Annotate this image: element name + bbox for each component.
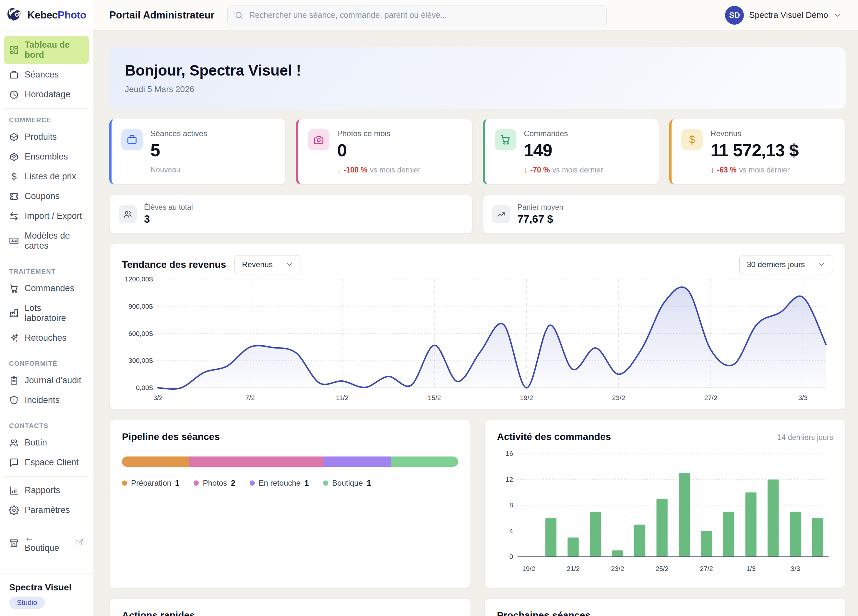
dashboard-content: Bonjour, Spectra Visuel ! Jeudi 5 Mars 2…	[93, 31, 858, 616]
sidebar-footer: Spectra Visuel Studio	[0, 574, 93, 616]
legend-dot-icon	[122, 481, 127, 486]
svg-text:7/2: 7/2	[246, 394, 255, 401]
legend-label: Préparation	[131, 478, 171, 487]
sidebar: KebecPhoto Tableau de bord Séances Horod…	[0, 0, 93, 616]
stat-note: Nouveau	[151, 165, 207, 174]
nav-section: Rapports Paramètres	[4, 476, 89, 520]
revenue-trend-card: Tendance des revenus Revenus 30 derniers…	[109, 244, 846, 410]
search-input[interactable]	[227, 6, 607, 25]
range-select[interactable]: 30 derniers jours	[739, 255, 833, 274]
chevron-down-icon	[833, 11, 842, 19]
dashboard-icon	[9, 45, 19, 55]
sidebar-item-seances[interactable]: Séances	[4, 65, 89, 84]
stat-card-photos-ce-mois: Photos ce mois 0 ↓-100 %vs mois dernier	[296, 119, 473, 185]
welcome-greeting: Bonjour, Spectra Visuel !	[125, 62, 830, 79]
stat-chip	[121, 129, 143, 151]
svg-text:8: 8	[509, 501, 513, 509]
svg-text:300,00$: 300,00$	[128, 357, 153, 364]
order-bar	[612, 550, 623, 557]
stat-value: 5	[151, 140, 207, 160]
order-bar	[656, 499, 667, 557]
order-bar	[790, 512, 800, 557]
svg-text:12: 12	[505, 476, 513, 483]
stat-label: Photos ce mois	[337, 129, 421, 138]
sidebar-item-tableau-de-bord[interactable]: Tableau de bord	[4, 36, 89, 64]
nav-section-label: CONTACTS	[9, 422, 84, 430]
metric-select[interactable]: Revenus	[235, 255, 301, 274]
substat-card-panier-moyen: Panier moyen 77,67 $	[483, 195, 846, 233]
camera-icon	[313, 134, 324, 145]
substats-row: Élèves au total 3 Panier moyen 77,67 $	[109, 195, 846, 233]
svg-text:900,00$: 900,00$	[128, 303, 153, 310]
main-area: Portail Administrateur SD Spectra Visuel…	[93, 0, 858, 616]
stat-label: Revenus	[710, 129, 798, 138]
factory-icon	[9, 308, 19, 318]
stat-chip	[308, 129, 330, 151]
app-window: KebecPhoto Tableau de bord Séances Horod…	[0, 0, 858, 616]
bottom-row: Actions rapides Nouvelle séance Voir les…	[109, 599, 846, 616]
nav-section: CONFORMITÉ Journal d'audit Incidents	[4, 352, 89, 410]
topbar: Portail Administrateur SD Spectra Visuel…	[93, 0, 858, 31]
sidebar-item-bottin[interactable]: Bottin	[4, 433, 89, 452]
brand-name: KebecPhoto	[27, 9, 86, 21]
sidebar-item-label: Lots laboratoire	[25, 303, 84, 323]
external-icon	[76, 538, 84, 546]
dollar-icon	[9, 172, 19, 182]
sidebar-item-label: Paramètres	[25, 505, 70, 515]
sidebar-item-ensembles[interactable]: Ensembles	[4, 147, 89, 166]
user-menu[interactable]: SD Spectra Visuel Démo	[725, 6, 842, 25]
sidebar-item-label: Listes de prix	[25, 172, 76, 182]
order-bar	[679, 473, 690, 557]
sidebar-item-label: Retouches	[25, 333, 67, 343]
sidebar-item-label: Rapports	[25, 485, 60, 495]
sidebar-item-commandes[interactable]: Commandes	[4, 279, 89, 298]
gear-icon	[9, 506, 19, 515]
sidebar-item-rapports[interactable]: Rapports	[4, 481, 89, 500]
stat-card-commandes: Commandes 149 ↓-70 %vs mois dernier	[483, 119, 659, 185]
brand-logo-row[interactable]: KebecPhoto	[0, 0, 93, 31]
revenue-line-chart-svg: 0,00$300,00$600,00$900,00$1200,00$3/27/2…	[122, 274, 833, 403]
pipeline-segment-photos	[189, 456, 323, 467]
svg-text:11/2: 11/2	[336, 394, 348, 401]
sidebar-item-label: Bottin	[25, 438, 47, 448]
swap-icon	[9, 211, 19, 221]
ticket-icon	[9, 192, 19, 201]
clock-icon	[9, 90, 19, 99]
stat-label: Commandes	[524, 129, 603, 138]
sidebar-item-boutique[interactable]: ← Boutique	[4, 529, 89, 557]
stats-row: Séances actives 5 Nouveau Photos ce mois…	[109, 119, 846, 185]
clipboard-icon	[9, 376, 19, 385]
sidebar-item-lots-laboratoire[interactable]: Lots laboratoire	[4, 299, 89, 327]
nav-section-label: TRAITEMENT	[9, 268, 84, 275]
package-icon	[9, 152, 19, 162]
stat-chip	[495, 129, 516, 151]
avatar: SD	[725, 6, 744, 25]
substat-value: 3	[144, 213, 193, 225]
sidebar-item-horodatage[interactable]: Horodatage	[4, 85, 89, 104]
revenue-chart-title: Tendance des revenus	[122, 259, 226, 270]
svg-text:3/3: 3/3	[798, 394, 808, 401]
sidebar-item-journal-d-audit[interactable]: Journal d'audit	[4, 371, 89, 390]
legend-dot-icon	[250, 481, 255, 486]
sidebar-item-modeles-de-cartes[interactable]: Modèles de cartes	[4, 227, 89, 255]
sidebar-item-parametres[interactable]: Paramètres	[4, 501, 89, 520]
sidebar-item-espace-client[interactable]: Espace Client	[4, 453, 89, 472]
global-search	[227, 6, 607, 25]
orders-activity-title: Activité des commandes	[497, 431, 611, 442]
sidebar-item-listes-de-prix[interactable]: Listes de prix	[4, 167, 89, 186]
pipeline-title: Pipeline des séances	[122, 431, 220, 442]
quick-actions-title: Actions rapides	[122, 610, 195, 616]
sidebar-item-incidents[interactable]: Incidents	[4, 391, 89, 410]
chevron-down-icon	[818, 261, 825, 268]
sidebar-item-produits[interactable]: Produits	[4, 128, 89, 146]
sidebar-item-coupons[interactable]: Coupons	[4, 187, 89, 206]
users-icon	[9, 438, 19, 448]
stat-chip	[681, 129, 703, 151]
sidebar-item-retouches[interactable]: Retouches	[4, 329, 89, 347]
sidebar-item-import-export[interactable]: Import / Export	[4, 207, 89, 225]
pipeline-stacked-bar	[122, 456, 458, 467]
sidebar-item-label: Espace Client	[25, 458, 79, 467]
svg-text:21/2: 21/2	[566, 565, 580, 572]
sidebar-item-label: Coupons	[25, 191, 60, 201]
sidebar-item-label: Incidents	[25, 395, 60, 405]
